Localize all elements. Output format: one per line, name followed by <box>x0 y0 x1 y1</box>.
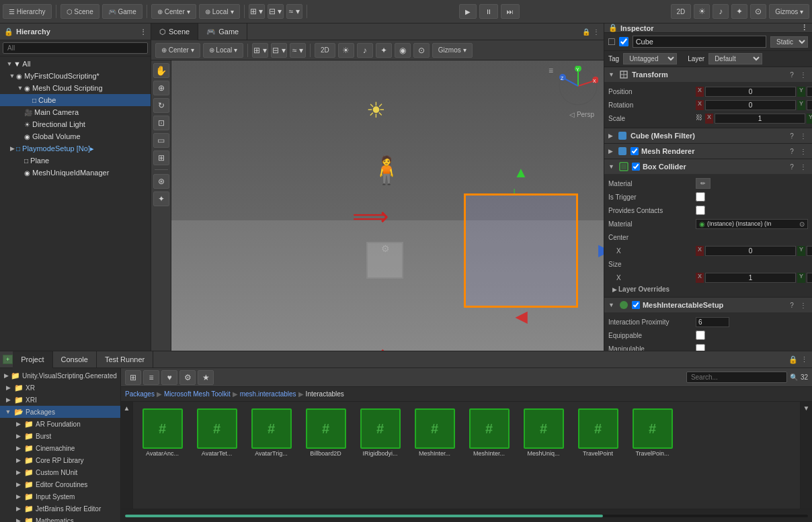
scene-light-btn[interactable]: ☀ <box>338 43 354 58</box>
scale-x-input[interactable] <box>715 114 805 124</box>
light-btn[interactable]: ☀ <box>694 4 710 19</box>
scene-gizmos-dropdown[interactable]: Gizmos ▾ <box>432 43 473 58</box>
file-item-5[interactable]: # MeshInter... <box>409 406 460 460</box>
file-item-6[interactable]: # MeshInter... <box>464 406 514 460</box>
mesh-filter-help[interactable]: ? <box>787 131 797 140</box>
tree-item-dirlight[interactable]: ☀ Directional Light <box>0 118 151 130</box>
sidebar-item-packages[interactable]: ▼ 📂 Packages <box>0 406 120 418</box>
tree-item-playmodesetup[interactable]: ▶ □ PlaymodeSetup [No]▸ <box>0 142 151 155</box>
scene-tab-btn[interactable]: ⬡ Scene <box>60 4 99 19</box>
mesh-renderer-menu[interactable]: ⋮ <box>799 146 808 156</box>
box-collider-header[interactable]: ▼ Box Collider ? ⋮ <box>604 159 812 174</box>
scene-center-btn[interactable]: ⊕ Center ▾ <box>155 43 200 58</box>
mesh-renderer-help[interactable]: ? <box>787 146 797 156</box>
mesh-interactable-header[interactable]: ▼ MeshInteractableSetup ? ⋮ <box>604 298 812 312</box>
file-item-8[interactable]: # TravelPoint <box>573 406 623 460</box>
scene-paint-btn[interactable]: ≈ ▾ <box>290 43 306 58</box>
file-item-7[interactable]: # MeshUniq... <box>518 406 569 460</box>
object-active-checkbox[interactable] <box>619 37 628 46</box>
tab-scene[interactable]: ⬡ Scene <box>151 24 198 40</box>
transform-help[interactable]: ? <box>787 70 797 79</box>
tree-item-meshcloud[interactable]: ▼ ◉ Mesh Cloud Scripting <box>0 82 151 94</box>
hierarchy-lock-icon[interactable]: 🔒 <box>4 28 13 36</box>
tool-hand[interactable]: ✋ <box>153 63 169 78</box>
file-search-input[interactable] <box>686 372 787 383</box>
size-y-input[interactable] <box>807 273 812 283</box>
scene-lock-icon[interactable]: 🔒 <box>582 28 590 36</box>
gizmos-dropdown[interactable]: Gizmos ▾ <box>769 4 809 19</box>
scene-2d-btn[interactable]: 2D <box>315 43 335 58</box>
equippable-checkbox[interactable] <box>696 331 705 340</box>
tree-item-root[interactable]: ▼ ▼ All <box>0 58 151 70</box>
center-x-input[interactable] <box>705 246 796 256</box>
sidebar-item-cinemachine[interactable]: ▶ 📁 Cinemachine <box>0 442 120 454</box>
bc-part-0[interactable]: Packages <box>125 390 155 398</box>
material-target-icon[interactable]: ⊙ <box>799 220 805 228</box>
file-fav-btn[interactable]: ♥ <box>161 370 177 385</box>
bc-part-2[interactable]: mesh.interactables <box>240 390 296 398</box>
scene-grid-btn[interactable]: ⊞ ▾ <box>252 43 268 58</box>
rotation-x-input[interactable] <box>705 100 796 110</box>
file-settings-btn[interactable]: ⚙ <box>179 370 196 385</box>
sidebar-item-mathematics[interactable]: ▶ 📁 Mathematics <box>0 515 120 522</box>
sidebar-item-burst[interactable]: ▶ 📁 Burst <box>0 430 120 442</box>
mesh-filter-menu[interactable]: ⋮ <box>799 131 808 140</box>
layer-overrides-fold[interactable]: ▶ Layer Overrides <box>608 284 808 294</box>
sidebar-item-jetbrains[interactable]: ▶ 📁 JetBrains Rider Editor <box>0 503 120 515</box>
project-add-btn[interactable]: + <box>3 355 13 364</box>
center-btn[interactable]: ⊕ Center ▾ <box>151 4 196 19</box>
scene-audio-btn[interactable]: ♪ <box>357 43 373 58</box>
static-dropdown[interactable]: Static <box>770 36 808 48</box>
bottom-lock-icon[interactable]: 🔒 <box>788 355 798 364</box>
pause-btn[interactable]: ⏸ <box>479 4 498 19</box>
fx-btn[interactable]: ✦ <box>731 4 747 19</box>
scene-fx-btn[interactable]: ✦ <box>376 43 392 58</box>
position-y-input[interactable] <box>807 87 812 97</box>
edit-collider-btn[interactable]: ✏ <box>696 178 710 189</box>
scene-viewport[interactable]: X Y Z ◁ Per <box>171 60 604 351</box>
mesh-filter-header[interactable]: ▶ Cube (Mesh Filter) ? ⋮ <box>604 128 812 143</box>
hierarchy-more-icon[interactable]: ⋮ <box>140 28 147 36</box>
file-scroll-down[interactable]: ▼ <box>803 404 810 412</box>
scene-gizmo[interactable]: X Y Z <box>558 66 598 106</box>
sidebar-item-xr[interactable]: ▶ 📁 XR <box>0 382 120 394</box>
snap-btn[interactable]: ⊟ ▾ <box>268 4 284 19</box>
layer-dropdown[interactable]: Default <box>708 53 762 64</box>
is-trigger-checkbox[interactable] <box>696 192 705 202</box>
tree-arrow-myfirstcloud[interactable]: ▼ <box>8 73 16 79</box>
sidebar-item-visualscripting[interactable]: ▶ 📁 Unity.VisualScripting.Generated <box>0 369 120 382</box>
sidebar-item-editorcoroutines[interactable]: ▶ 📁 Editor Coroutines <box>0 478 120 490</box>
hierarchy-search-input[interactable] <box>3 42 148 54</box>
bc-part-1[interactable]: Microsoft Mesh Toolkit <box>164 390 231 398</box>
tree-item-maincam[interactable]: 🎥 Main Camera <box>0 106 151 118</box>
tree-arrow-playmodesetup[interactable]: ▶ <box>8 145 16 152</box>
tool-move[interactable]: ⊕ <box>153 81 169 95</box>
tool-transform[interactable]: ⊞ <box>153 150 169 165</box>
tool-custom2[interactable]: ✦ <box>153 191 169 206</box>
file-item-9[interactable]: # TravelPoin... <box>627 406 678 460</box>
mesh-interactable-enabled[interactable] <box>632 301 640 309</box>
tool-rotate[interactable]: ↻ <box>153 98 169 113</box>
center-y-input[interactable] <box>807 246 812 256</box>
mesh-renderer-enabled[interactable] <box>631 147 639 155</box>
gizmos-btn[interactable]: ⊙ <box>750 4 766 19</box>
paint-btn[interactable]: ≈ ▾ <box>286 4 302 19</box>
manipulable-checkbox[interactable] <box>696 344 705 351</box>
hierarchy-menu-btn[interactable]: ☰ Hierarchy <box>3 4 52 19</box>
tree-arrow-meshcloud[interactable]: ▼ <box>16 85 24 91</box>
sidebar-item-arfoundation[interactable]: ▶ 📁 AR Foundation <box>0 418 120 430</box>
box-collider-help[interactable]: ? <box>787 162 797 171</box>
tab-test-runner[interactable]: Test Runner <box>97 351 153 368</box>
play-btn[interactable]: ▶ <box>459 4 477 19</box>
sidebar-item-inputsystem[interactable]: ▶ 📁 Input System <box>0 490 120 503</box>
sidebar-item-coreRP[interactable]: ▶ 📁 Core RP Library <box>0 454 120 466</box>
scene-gizmos2-btn[interactable]: ⊙ <box>413 43 430 58</box>
file-item-4[interactable]: # IRigidbodyi... <box>355 406 405 460</box>
scene-cam-btn[interactable]: ◉ <box>395 43 411 58</box>
tab-game[interactable]: 🎮 Game <box>198 24 247 40</box>
tool-rect[interactable]: ▭ <box>153 133 169 148</box>
2d-btn[interactable]: 2D <box>671 4 692 19</box>
box-collider-enabled[interactable] <box>632 163 640 171</box>
tree-arrow-root[interactable]: ▼ <box>5 60 13 67</box>
step-btn[interactable]: ⏭ <box>501 4 520 19</box>
